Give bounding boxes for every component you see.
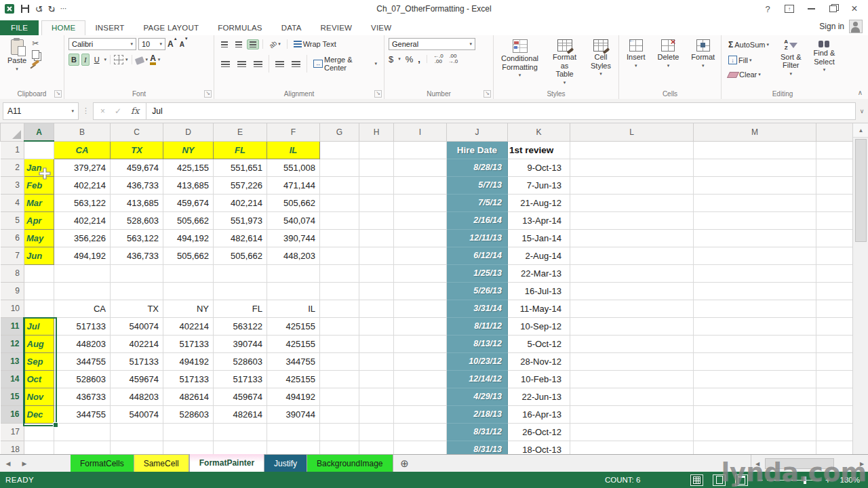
cell-G2[interactable] [320,159,359,176]
cell-B2[interactable]: 379,274 [54,159,111,176]
cell-G16[interactable] [320,405,359,423]
cell-M7[interactable] [694,247,816,264]
number-dialog-launcher-icon[interactable]: ↘ [484,90,491,98]
column-header-A[interactable]: A [24,123,54,141]
cell-E12[interactable]: 390744 [214,335,267,352]
cell-J1[interactable]: Hire Date [447,141,508,159]
cell-H3[interactable] [359,176,394,194]
cell-D2[interactable]: 425,155 [163,159,214,176]
name-box[interactable]: A11 ▾ [3,102,79,120]
row-header-13[interactable]: 13 [1,352,24,370]
top-align-button[interactable] [218,39,231,49]
row-header-6[interactable]: 6 [1,229,24,247]
column-header-G[interactable]: G [320,123,359,141]
cell-L7[interactable] [570,247,694,264]
cell-C18[interactable] [111,441,163,454]
cell-A8[interactable] [24,264,54,282]
cell-A16[interactable]: Dec [24,405,54,423]
cell-E10[interactable]: FL [214,300,267,317]
font-dialog-launcher-icon[interactable]: ↘ [204,90,212,98]
row-header-7[interactable]: 7 [1,247,24,264]
cell-H4[interactable] [359,194,394,211]
column-header-M[interactable]: M [694,123,816,141]
sheet-tab-formatpainter[interactable]: FormatPainter [189,454,264,472]
cell-J8[interactable]: 1/25/13 [447,264,508,282]
cell-I8[interactable] [394,264,447,282]
cell-C2[interactable]: 459,674 [111,159,163,176]
cell-M16[interactable] [694,405,816,423]
column-header-partial[interactable] [816,123,853,141]
cell-J9[interactable]: 5/26/13 [447,282,508,300]
cell-D8[interactable] [163,264,214,282]
cell-L15[interactable] [570,388,694,405]
cell-D7[interactable]: 505,662 [163,247,214,264]
cell-G13[interactable] [320,352,359,370]
paste-button[interactable]: Paste▾ [4,38,30,73]
cell-A17[interactable] [24,423,54,441]
cell-D10[interactable]: NY [163,300,214,317]
cell-H13[interactable] [359,352,394,370]
column-header-H[interactable]: H [359,123,394,141]
cell-L2[interactable] [570,159,694,176]
cell-K10[interactable]: 11-May-14 [508,300,570,317]
cell-I10[interactable] [394,300,447,317]
format-as-table-button[interactable]: Format as Table▾ [546,38,583,87]
collapse-ribbon-icon[interactable]: ∧ [858,89,863,96]
cell-J10[interactable]: 3/31/14 [447,300,508,317]
cell-B1[interactable]: CA [54,141,111,159]
cell-E6[interactable]: 482,614 [214,229,267,247]
sheet-nav-right-icon[interactable]: ▶ [16,455,33,472]
cell-I3[interactable] [394,176,447,194]
clear-button[interactable]: Clear▾ [726,68,772,81]
cell-N8[interactable] [816,264,853,282]
vertical-scrollbar-thumb[interactable] [855,139,867,242]
enter-entry-icon[interactable]: ✓ [115,106,121,116]
column-header-C[interactable]: C [111,123,163,141]
cancel-entry-icon[interactable]: × [100,106,105,116]
cut-icon[interactable]: ✂ [32,39,41,47]
row-header-10[interactable]: 10 [1,300,24,317]
number-format-combo[interactable]: General▾ [389,38,475,50]
cell-J3[interactable]: 5/7/13 [447,176,508,194]
align-center-button[interactable] [235,59,249,69]
insert-cells-button[interactable]: Insert▾ [623,38,649,70]
accounting-format-icon[interactable]: $ [389,54,393,64]
cell-K8[interactable]: 22-Mar-13 [508,264,570,282]
cell-E3[interactable]: 557,226 [214,176,267,194]
cell-G14[interactable] [320,370,359,388]
cell-F16[interactable]: 390744 [267,405,320,423]
cell-M5[interactable] [694,211,816,229]
scroll-up-icon[interactable]: ▲ [853,123,868,138]
cell-J6[interactable]: 12/11/13 [447,229,508,247]
cell-N6[interactable] [816,229,853,247]
new-sheet-button[interactable]: ⊕ [393,455,416,472]
cell-M9[interactable] [694,282,816,300]
cell-F6[interactable]: 390,744 [267,229,320,247]
cell-G11[interactable] [320,317,359,335]
tab-insert[interactable]: INSERT [85,21,134,35]
find-select-button[interactable]: Find & Select▾ [810,38,839,74]
cell-N16[interactable] [816,405,853,423]
cell-E1[interactable]: FL [214,141,267,159]
cell-D17[interactable] [163,423,214,441]
column-header-I[interactable]: I [394,123,447,141]
tab-file[interactable]: FILE [0,20,39,35]
cell-J15[interactable]: 4/29/13 [447,388,508,405]
cell-A1[interactable] [24,141,54,159]
cell-F12[interactable]: 425155 [267,335,320,352]
cell-D6[interactable]: 494,192 [163,229,214,247]
cell-N4[interactable] [816,194,853,211]
font-color-dropdown-icon[interactable]: ▾ [158,57,161,62]
cell-D16[interactable]: 528603 [163,405,214,423]
cell-J5[interactable]: 2/16/14 [447,211,508,229]
cell-A13[interactable]: Sep [24,352,54,370]
cell-K9[interactable]: 16-Jul-13 [508,282,570,300]
cell-M15[interactable] [694,388,816,405]
increase-indent-button[interactable] [289,59,303,69]
delete-cells-button[interactable]: Delete▾ [654,38,683,70]
decrease-indent-button[interactable] [273,59,287,69]
cell-C9[interactable] [111,282,163,300]
cell-C14[interactable]: 459674 [111,370,163,388]
cell-C1[interactable]: TX [111,141,163,159]
cell-B13[interactable]: 344755 [54,352,111,370]
